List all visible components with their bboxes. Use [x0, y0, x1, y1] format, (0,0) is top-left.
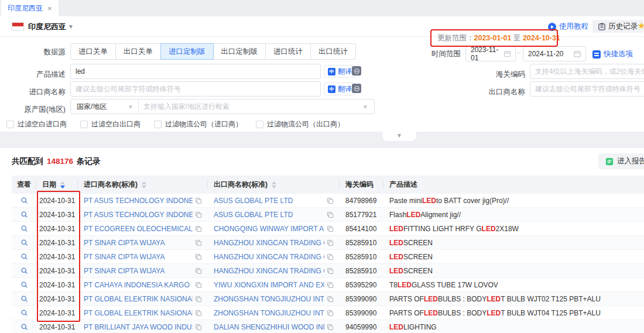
copy-icon[interactable] — [327, 324, 334, 331]
copy-icon[interactable] — [195, 253, 202, 260]
translate-button[interactable]: 中A 翻译 — [324, 83, 355, 95]
copy-icon[interactable] — [195, 197, 202, 204]
quick-options-icon — [592, 50, 601, 59]
importer-link[interactable]: PT GLOBAL ELEKTRIK NASIONAL — [84, 309, 193, 317]
checkbox-label: 过滤空白进口商 — [18, 119, 67, 129]
exporter-link[interactable]: ZHONGSHAN TONGJIUZHOU INTERNA... — [214, 295, 324, 303]
view-detail-magnifier-icon[interactable] — [20, 225, 28, 232]
exporter-link[interactable]: HANGZHOU XINGCAN TRADING CO LTD — [214, 239, 324, 247]
copy-icon[interactable] — [327, 197, 334, 204]
view-detail-magnifier-icon[interactable] — [20, 309, 28, 317]
checkbox-icon[interactable] — [154, 121, 162, 128]
importer-name-input[interactable] — [70, 81, 321, 97]
view-detail-magnifier-icon[interactable] — [20, 323, 28, 331]
copy-icon[interactable] — [195, 267, 202, 274]
checkbox-icon[interactable] — [80, 121, 88, 128]
view-detail-magnifier-icon[interactable] — [20, 239, 28, 246]
table-row: 2024-10-31PT SINAR CIPTA WIJAYAHANGZHOU … — [12, 236, 644, 250]
column-header-3[interactable]: 进口商名称(标准) — [78, 176, 208, 194]
exact-match-icon[interactable] — [352, 84, 361, 93]
copy-icon[interactable] — [195, 281, 202, 289]
exporter-link[interactable]: DALIAN SHENGZHIHUI WOOD INDUST... — [214, 323, 324, 331]
translate-icon: 中A — [328, 85, 335, 93]
exporter-link[interactable]: YIWU XIONGXIN IMPORT AND EXPORT... — [214, 281, 324, 289]
exact-match-icon[interactable] — [352, 66, 361, 75]
importer-link[interactable]: PT ECOGREEN OLEOCHEMICALS — [84, 225, 193, 233]
filter-checkbox-4[interactable]: 过滤物流公司（出口商） — [256, 119, 344, 129]
date-cell: 2024-10-31 — [36, 208, 78, 221]
importer-link[interactable]: PT ASUS TECHNOLOGY INDONESIA BA... — [84, 197, 193, 205]
filter-checkbox-2[interactable]: 过滤空白出口商 — [80, 119, 141, 129]
filter-checkbox-1[interactable]: 过滤空白进口商 — [6, 119, 67, 129]
importer-link[interactable]: PT GLOBAL ELEKTRIK NASIONAL — [84, 295, 193, 303]
checkbox-icon[interactable] — [6, 121, 14, 128]
importer-link[interactable]: PT SINAR CIPTA WIJAYA — [84, 267, 193, 275]
view-detail-magnifier-icon[interactable] — [20, 295, 28, 303]
exporter-name-input[interactable] — [530, 81, 644, 97]
copy-icon[interactable] — [327, 267, 334, 274]
copy-icon[interactable] — [327, 281, 334, 289]
copy-icon[interactable] — [195, 324, 202, 331]
copy-icon[interactable] — [195, 225, 202, 232]
importer-link[interactable]: PT ASUS TECHNOLOGY INDONESIA BA... — [84, 211, 193, 219]
data-source-tab-3[interactable]: 进口定制版 — [160, 43, 214, 60]
copy-icon[interactable] — [195, 296, 202, 303]
update-range-start: 2023-01-01 — [474, 34, 512, 42]
column-header-2[interactable]: 日期 — [36, 176, 78, 194]
quick-options-link[interactable]: 快捷选项 — [592, 49, 633, 59]
close-icon[interactable]: × — [47, 5, 52, 12]
exporter-link[interactable]: CHONGQING WINWAY IMPORT AND E... — [214, 225, 324, 233]
hs-code-input[interactable] — [530, 64, 644, 79]
exporter-link[interactable]: ZHONGSHAN TONGJIUZHOU INTERNA... — [214, 309, 324, 317]
copy-icon[interactable] — [327, 225, 334, 232]
tutorial-link[interactable]: 使用教程 — [548, 22, 588, 32]
country-selector[interactable]: 印度尼西亚 — [28, 22, 66, 32]
collapse-panel-button[interactable]: ▼ — [382, 132, 417, 142]
copy-icon[interactable] — [327, 296, 334, 303]
sort-carets-icon[interactable] — [142, 181, 146, 188]
view-detail-magnifier-icon[interactable] — [20, 253, 28, 260]
copy-icon[interactable] — [195, 310, 202, 317]
importer-link[interactable]: PT CAHAYA INDONESIA KARGO — [84, 281, 193, 289]
view-detail-magnifier-icon[interactable] — [20, 281, 28, 289]
sort-carets-icon[interactable] — [60, 181, 65, 188]
view-detail-magnifier-icon[interactable] — [20, 197, 28, 204]
copy-icon[interactable] — [327, 310, 334, 317]
country-tab[interactable]: 印度尼西亚 × — [1, 0, 59, 16]
chevron-down-icon[interactable]: ▼ — [68, 23, 74, 30]
data-source-tab-1[interactable]: 进口关单 — [70, 43, 116, 60]
data-source-tab-6[interactable]: 出口统计 — [310, 43, 356, 60]
data-source-tab-4[interactable]: 出口定制版 — [213, 43, 266, 60]
copy-icon[interactable] — [195, 239, 202, 246]
exporter-link[interactable]: HANGZHOU XINGCAN TRADING CO LTD — [214, 253, 324, 261]
end-date-input[interactable]: 2024-11-20 — [523, 46, 586, 61]
translate-button[interactable]: 中A 翻译 — [324, 65, 355, 78]
history-button[interactable]: 历史记录 — [592, 20, 643, 33]
importer-cell: PT GLOBAL ELEKTRIK NASIONAL — [78, 292, 208, 305]
view-detail-magnifier-icon[interactable] — [20, 211, 28, 218]
favorite-star-icon[interactable]: ★ — [638, 20, 644, 31]
importer-link[interactable]: PT SINAR CIPTA WIJAYA — [84, 239, 193, 247]
checkbox-icon[interactable] — [256, 121, 263, 128]
data-source-tab-5[interactable]: 进口统计 — [265, 43, 311, 60]
origin-country-input[interactable] — [139, 102, 362, 111]
sort-carets-icon[interactable] — [272, 181, 276, 188]
start-date-input[interactable]: 2023-11-01 — [465, 46, 516, 61]
view-detail-magnifier-icon[interactable] — [20, 267, 28, 274]
column-header-4[interactable]: 出口商名称(标准) — [208, 176, 340, 194]
importer-link[interactable]: PT SINAR CIPTA WIJAYA — [84, 253, 193, 261]
filter-checkbox-3[interactable]: 过滤物流公司（进口商） — [154, 119, 242, 129]
product-desc-input[interactable] — [70, 64, 321, 79]
copy-icon[interactable] — [327, 239, 334, 246]
exporter-link[interactable]: ASUS GLOBAL PTE LTD — [214, 211, 324, 219]
data-source-tab-2[interactable]: 出口关单 — [115, 43, 161, 60]
view-cell — [12, 250, 36, 263]
enter-report-button[interactable]: 进入报告 — [598, 153, 644, 169]
copy-icon[interactable] — [327, 253, 334, 260]
exporter-link[interactable]: ASUS GLOBAL PTE LTD — [214, 197, 324, 205]
copy-icon[interactable] — [327, 211, 334, 218]
origin-country-select[interactable]: 国家/地区 ▼ — [71, 99, 139, 114]
copy-icon[interactable] — [195, 211, 202, 218]
exporter-link[interactable]: HANGZHOU XINGCAN TRADING CO LTD — [214, 267, 324, 275]
importer-link[interactable]: PT BRILLIANT JAYA WOOD INDUSTRY — [84, 323, 193, 331]
